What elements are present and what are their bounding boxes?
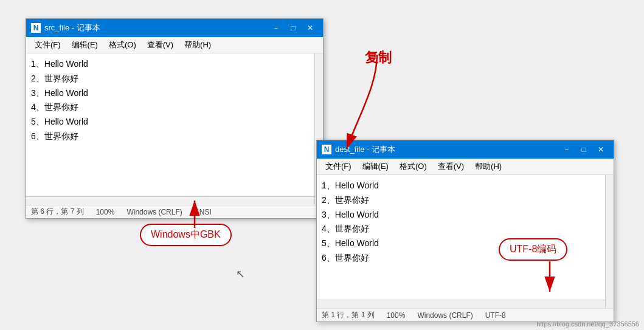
dest-line-4: 4、世界你好 [322, 222, 599, 236]
src-status-zoom: 100% [96, 208, 115, 216]
dest-status-eol: Windows (CRLF) [417, 311, 473, 320]
dest-menu-help[interactable]: 帮助(H) [470, 160, 507, 173]
dest-status-zoom: 100% [387, 311, 406, 320]
dest-status-pos: 第 1 行，第 1 列 [322, 310, 375, 320]
src-notepad-window: N src_file - 记事本 － □ ✕ 文件(F) 编辑(E) 格式(O)… [26, 18, 324, 219]
src-status-eol: Windows (CRLF) [126, 208, 182, 216]
src-maximize-btn[interactable]: □ [285, 21, 301, 35]
dest-line-2: 2、世界你好 [322, 193, 599, 208]
dest-close-btn[interactable]: ✕ [593, 143, 609, 156]
dest-notepad-window: N dest_file - 记事本 － □ ✕ 文件(F) 编辑(E) 格式(O… [316, 140, 614, 322]
src-scrollbar-h[interactable] [26, 196, 314, 205]
src-menu-format[interactable]: 格式(O) [104, 38, 141, 52]
src-statusbar: 第 6 行，第 7 列 100% Windows (CRLF) ANSI [26, 205, 323, 218]
utf8-arrow [531, 258, 568, 301]
src-minimize-btn[interactable]: － [268, 21, 284, 35]
src-titlebar: N src_file - 记事本 － □ ✕ [26, 19, 323, 37]
src-line-4: 4、世界你好 [31, 100, 308, 115]
dest-line-3: 3、Hello World [322, 208, 599, 222]
src-line-3: 3、Hello World [31, 86, 308, 101]
src-line-5: 5、Hello World [31, 115, 308, 129]
dest-scrollbar-v[interactable] [605, 175, 614, 308]
src-title-icon: N [31, 23, 41, 33]
dest-maximize-btn[interactable]: □ [576, 143, 592, 156]
src-menubar: 文件(F) 编辑(E) 格式(O) 查看(V) 帮助(H) [26, 37, 323, 53]
dest-scrollbar-h[interactable] [317, 300, 605, 308]
src-title-text: src_file - 记事本 [44, 22, 268, 33]
src-close-btn[interactable]: ✕ [302, 21, 318, 35]
gbk-arrow [176, 194, 213, 231]
src-menu-view[interactable]: 查看(V) [142, 38, 178, 52]
dest-menu-file[interactable]: 文件(F) [320, 160, 356, 173]
dest-status-encoding: UTF-8 [485, 311, 506, 320]
dest-line-1: 1、Hello World [322, 179, 599, 193]
dest-statusbar: 第 1 行，第 1 列 100% Windows (CRLF) UTF-8 [317, 308, 614, 321]
dest-menu-edit[interactable]: 编辑(E) [358, 160, 393, 173]
dest-menu-view[interactable]: 查看(V) [433, 160, 469, 173]
dest-minimize-btn[interactable]: － [559, 143, 575, 156]
watermark: https://blog.csdn.net/qq_37356556 [536, 320, 639, 328]
src-line-6: 6、世界你好 [31, 129, 308, 144]
dest-content: 1、Hello World 2、世界你好 3、Hello World 4、世界你… [317, 175, 614, 308]
dest-menu-format[interactable]: 格式(O) [395, 160, 432, 173]
src-content: 1、Hello World 2、世界你好 3、Hello World 4、世界你… [26, 53, 323, 205]
src-status-pos: 第 6 行，第 7 列 [31, 207, 84, 217]
copy-arrow [298, 36, 420, 158]
src-line-2: 2、世界你好 [31, 72, 308, 86]
src-menu-edit[interactable]: 编辑(E) [67, 38, 103, 52]
src-menu-help[interactable]: 帮助(H) [179, 38, 216, 52]
src-menu-file[interactable]: 文件(F) [30, 38, 66, 52]
dest-menubar: 文件(F) 编辑(E) 格式(O) 查看(V) 帮助(H) [317, 159, 614, 175]
cursor: ↖ [236, 267, 245, 281]
dest-window-controls: － □ ✕ [559, 143, 609, 156]
dest-encoding-label: UTF-8编码 [499, 238, 567, 261]
src-window-controls: － □ ✕ [268, 21, 318, 35]
src-line-1: 1、Hello World [31, 57, 308, 72]
